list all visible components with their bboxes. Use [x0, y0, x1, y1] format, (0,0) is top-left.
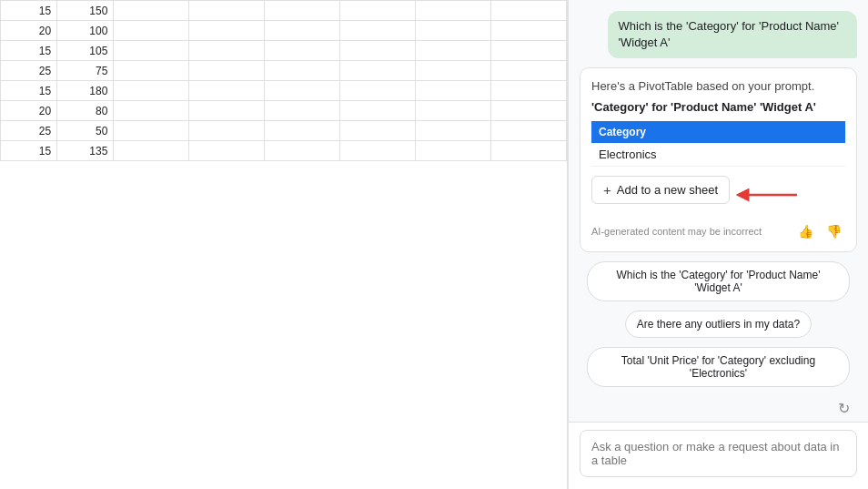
table-row	[114, 41, 189, 61]
table-row	[490, 1, 566, 21]
table-row: 25	[1, 61, 57, 81]
table-row: 135	[57, 141, 114, 161]
ai-footer: AI-generated content may be incorrect 👍 …	[591, 222, 845, 240]
suggestion-chip-3-text: Total 'Unit Price' for 'Category' exclud…	[621, 354, 815, 380]
suggestion-chip-3[interactable]: Total 'Unit Price' for 'Category' exclud…	[587, 347, 851, 387]
table-row	[490, 61, 566, 81]
suggestion-chip-2[interactable]: Are there any outliers in my data?	[625, 311, 812, 338]
table-row	[265, 81, 340, 101]
table-row: 15	[1, 1, 57, 21]
table-row	[189, 81, 265, 101]
table-row	[416, 1, 491, 21]
table-row	[340, 41, 416, 61]
table-row	[416, 21, 491, 41]
table-row	[189, 1, 265, 21]
ai-response-card: Here's a PivotTable based on your prompt…	[580, 67, 857, 252]
table-row	[340, 1, 416, 21]
table-row: 15	[1, 41, 57, 61]
table-row	[416, 41, 491, 61]
table-row: 20	[1, 21, 57, 41]
ai-intro-text: Here's a PivotTable based on your prompt…	[591, 79, 845, 93]
table-row: 20	[1, 101, 57, 121]
table-row	[416, 141, 491, 161]
table-row	[189, 41, 265, 61]
table-row	[189, 61, 265, 81]
table-row	[490, 101, 566, 121]
table-row	[340, 21, 416, 41]
chat-messages: Which is the 'Category' for 'Product Nam…	[569, 0, 868, 422]
chat-input-area	[569, 422, 868, 489]
table-row	[265, 61, 340, 81]
table-row	[114, 61, 189, 81]
table-row	[265, 101, 340, 121]
table-row: 50	[57, 121, 114, 141]
spreadsheet-table: 1515020100151052575151802080255015135	[0, 0, 567, 161]
table-row: 15	[1, 141, 57, 161]
pivot-value-cell: Electronics	[591, 143, 845, 167]
table-row	[490, 141, 566, 161]
table-row: 100	[57, 21, 114, 41]
table-row	[189, 141, 265, 161]
suggestion-chip-1-text: Which is the 'Category' for 'Product Nam…	[617, 269, 821, 294]
table-row	[189, 101, 265, 121]
table-row	[265, 41, 340, 61]
table-row: 15	[1, 81, 57, 101]
suggestion-chip-2-text: Are there any outliers in my data?	[637, 318, 800, 331]
chat-input[interactable]	[580, 430, 857, 477]
table-row	[189, 21, 265, 41]
thumbs-up-button[interactable]: 👍	[794, 222, 817, 240]
table-row: 180	[57, 81, 114, 101]
table-row	[340, 101, 416, 121]
add-sheet-label: Add to a new sheet	[617, 183, 718, 197]
user-message-text: Which is the 'Category' for 'Product Nam…	[619, 19, 840, 49]
table-row: 75	[57, 61, 114, 81]
table-row	[189, 121, 265, 141]
table-row	[490, 21, 566, 41]
table-row	[416, 101, 491, 121]
pivot-column-header: Category	[591, 121, 845, 143]
table-row	[340, 81, 416, 101]
arrow-annotation	[735, 182, 799, 208]
table-row: 25	[1, 121, 57, 141]
suggestion-chip-1[interactable]: Which is the 'Category' for 'Product Nam…	[587, 261, 851, 301]
table-row	[340, 61, 416, 81]
ai-disclaimer-text: AI-generated content may be incorrect	[591, 226, 762, 237]
table-row	[265, 1, 340, 21]
spreadsheet-area: 1515020100151052575151802080255015135	[0, 0, 568, 489]
table-row: 105	[57, 41, 114, 61]
plus-icon: +	[603, 182, 611, 198]
chat-panel: Which is the 'Category' for 'Product Nam…	[568, 0, 868, 489]
table-row	[114, 1, 189, 21]
thumbs-down-button[interactable]: 👎	[823, 222, 845, 240]
table-row	[416, 61, 491, 81]
add-to-sheet-button[interactable]: + Add to a new sheet	[591, 176, 730, 204]
table-row	[340, 121, 416, 141]
table-row	[265, 141, 340, 161]
table-row	[114, 121, 189, 141]
table-row	[416, 81, 491, 101]
table-row	[114, 81, 189, 101]
feedback-icons: 👍 👎	[794, 222, 845, 240]
table-row	[114, 21, 189, 41]
table-row	[490, 41, 566, 61]
table-row	[416, 121, 491, 141]
table-row	[265, 121, 340, 141]
pivot-table: Category Electronics	[591, 121, 845, 167]
table-row: 80	[57, 101, 114, 121]
table-row	[490, 121, 566, 141]
refresh-button[interactable]: ↻	[831, 396, 857, 421]
table-row	[114, 101, 189, 121]
table-row: 150	[57, 1, 114, 21]
table-row	[114, 141, 189, 161]
user-message-bubble: Which is the 'Category' for 'Product Nam…	[608, 11, 858, 58]
pivot-title: 'Category' for 'Product Name' 'Widget A'	[591, 100, 845, 114]
table-row	[340, 141, 416, 161]
table-row	[490, 81, 566, 101]
table-row	[265, 21, 340, 41]
